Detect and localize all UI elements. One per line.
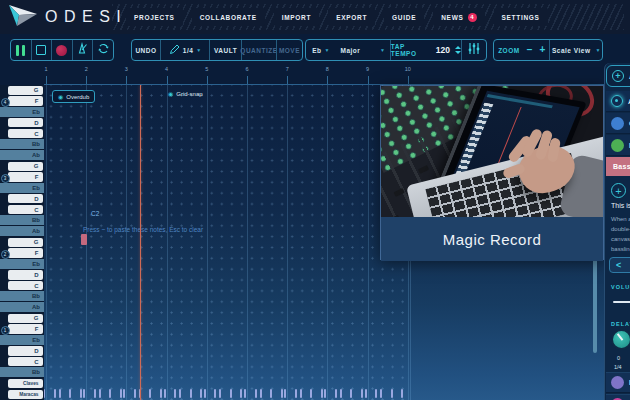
note-value-selector[interactable]: 1/4 ▼ [160,40,209,60]
note-grid[interactable] [44,85,411,400]
news-badge: 4 [468,13,477,22]
add-instrument-button[interactable]: + A [606,65,630,87]
grid-snap-toggle[interactable]: ◉ Grid-snap [168,91,203,97]
piano-key-maracas[interactable]: Maracas [0,389,44,400]
piano-key-g[interactable]: G [0,313,44,324]
record-button[interactable] [51,40,72,60]
nav-item-projects[interactable]: PROJECTS [126,8,183,26]
maracas-note [214,389,216,398]
zoom-in-button[interactable]: + [539,45,545,55]
piano-key-eb[interactable]: Eb [0,259,44,270]
chevron-down-icon: ▼ [380,48,385,53]
piano-key-c[interactable]: C [0,128,44,139]
key-cap[interactable]: D [8,270,43,279]
video-caption-bar: Magic Record [381,217,603,261]
key-cap[interactable]: Claves [8,379,43,388]
nav-item-settings[interactable]: SETTINGS [494,8,548,26]
key-cap[interactable]: Maracas [8,390,43,399]
zoom-out-button[interactable]: − [527,45,533,55]
piano-key-d[interactable]: D [0,194,44,205]
magic-record-video-card[interactable]: Magic Record [380,85,604,260]
quantize-button[interactable]: QUANTIZE [241,40,276,60]
piano-key-eb[interactable]: Eb [0,335,44,346]
key-cap[interactable]: F [8,324,43,333]
vault-button[interactable]: VAULT [209,40,241,60]
key-cap[interactable]: G [8,86,43,95]
stop-button[interactable] [31,40,52,60]
piano-key-bb[interactable]: Bb [0,215,44,226]
piano-key-eb[interactable]: Eb [0,107,44,118]
volume-slider[interactable] [613,301,630,303]
view-mode-selector[interactable]: Scale View ▼ [549,40,602,60]
metronome-button[interactable] [72,40,93,60]
pause-button[interactable] [11,40,31,60]
nav-item-export[interactable]: EXPORT [328,8,375,26]
nav-item-import[interactable]: IMPORT [274,8,319,26]
key-cap[interactable]: C [8,281,43,290]
piano-key-d[interactable]: D [0,118,44,129]
piano-key-g[interactable]: G [0,237,44,248]
timeline-ruler[interactable]: 12345678910 [44,62,605,85]
piano-key-d[interactable]: D [0,346,44,357]
record-icon [56,45,67,56]
key-cap[interactable]: D [8,346,43,355]
track-item[interactable]: B [606,394,630,400]
piano-key-bb[interactable]: Bb [0,291,44,302]
track-item[interactable]: D [606,372,630,393]
tap-tempo-control[interactable]: TAP TEMPO 120 [390,40,461,60]
overdub-toggle[interactable]: ◉ Overdub [52,90,95,103]
maracas-note [281,389,283,398]
ghost-note[interactable] [81,234,87,245]
maracas-note [54,389,56,398]
playhead[interactable] [140,85,142,400]
loop-button[interactable] [92,40,113,60]
key-cap[interactable]: C [8,357,43,366]
odesi-logo[interactable]: ODESI [8,3,127,31]
maracas-note [174,389,176,398]
scale-selector[interactable]: Major ▼ [336,40,390,60]
key-cap[interactable]: C [8,205,43,214]
piano-key-c[interactable]: C [0,281,44,292]
key-cap[interactable]: F [8,96,43,105]
nav-item-news[interactable]: NEWS4 [433,8,484,26]
piano-key-bb[interactable]: Bb [0,139,44,150]
key-cap[interactable]: D [8,118,43,127]
piano-key-c[interactable]: C [0,357,44,368]
piano-key-ab[interactable]: Ab [0,150,44,161]
vertical-scrollbar[interactable] [593,258,597,353]
nav-item-collaborate[interactable]: COLLABORATE [192,8,265,26]
piano-key-c[interactable]: C [0,204,44,215]
nav-item-guide[interactable]: GUIDE [384,8,424,26]
track-item[interactable]: M [606,135,630,156]
key-cap[interactable]: G [8,314,43,323]
piano-key-g[interactable]: G [0,85,44,96]
track-item[interactable]: C [606,113,630,134]
move-button[interactable]: MOVE [276,40,302,60]
piano-key-eb[interactable]: Eb [0,183,44,194]
key-selector[interactable]: Eb ▼ [306,40,336,60]
undo-button[interactable]: UNDO [132,40,160,60]
maracas-note [375,389,377,398]
key-cap[interactable]: F [8,248,43,257]
piano-key-claves[interactable]: Claves [0,378,44,389]
bar-number: 9 [366,66,369,72]
mixer-button[interactable] [461,40,486,60]
key-cap[interactable]: G [8,238,43,247]
add-pattern-button[interactable]: + [611,183,626,198]
video-thumbnail [381,86,603,217]
key-cap[interactable]: F [8,172,43,181]
piano-key-ab[interactable]: Ab [0,302,44,313]
maracas-note [164,389,166,398]
key-cap[interactable]: D [8,194,43,203]
back-button[interactable]: < [609,257,630,273]
key-cap[interactable]: G [8,162,43,171]
track-item-bassline[interactable]: Bassline [606,157,630,176]
piano-key-d[interactable]: D [0,270,44,281]
delay-knob[interactable] [611,329,630,350]
piano-key-g[interactable]: G [0,161,44,172]
maracas-note [380,389,382,398]
track-item[interactable]: A [606,91,630,112]
key-cap[interactable]: C [8,129,43,138]
piano-key-bb[interactable]: Bb [0,367,44,378]
piano-key-ab[interactable]: Ab [0,226,44,237]
